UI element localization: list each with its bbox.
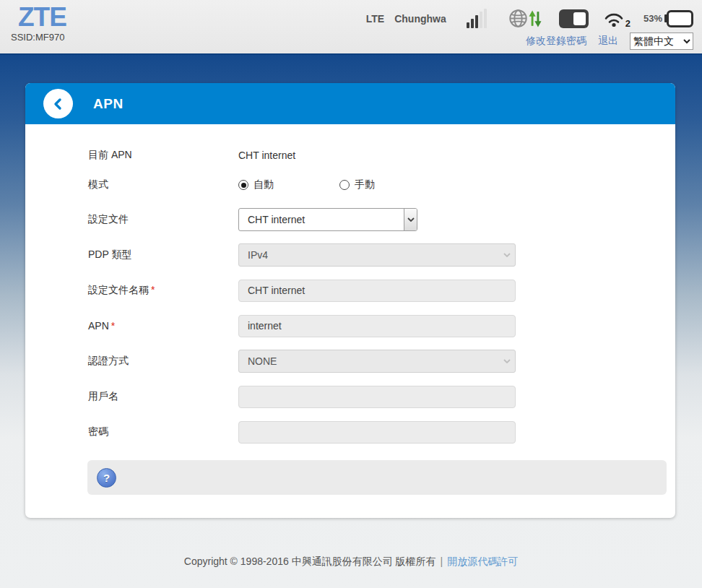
battery-indicator: 53% <box>644 10 693 27</box>
brand-block: ZTE SSID:MF970 <box>18 3 66 43</box>
upload-download-arrows-icon <box>529 10 542 27</box>
chevron-down-icon[interactable] <box>404 209 417 230</box>
row-username: 用戶名 <box>88 385 675 408</box>
chevron-down-icon <box>503 359 511 363</box>
row-profile: 設定文件 CHT internet <box>88 208 675 231</box>
apn-label: APN* <box>88 320 238 332</box>
current-apn-label: 目前 APN <box>88 149 238 162</box>
battery-icon <box>667 10 693 27</box>
password-input[interactable] <box>238 421 516 444</box>
wifi-icon <box>603 10 625 27</box>
username-input[interactable] <box>238 386 516 408</box>
row-apn: APN* <box>88 314 675 337</box>
internet-traffic-icon <box>508 9 542 28</box>
footer: Copyright © 1998-2016 中興通訊股份有限公司 版權所有|開放… <box>0 555 702 568</box>
row-pdp-type: PDP 類型 IPv4 <box>88 243 675 267</box>
row-auth-mode: 認證方式 NONE <box>88 350 675 373</box>
auth-mode-select-value: NONE <box>239 355 503 367</box>
row-mode: 模式 自動 手動 <box>88 178 675 192</box>
battery-percent: 53% <box>644 13 662 24</box>
status-bar: LTE Chunghwa <box>366 9 693 28</box>
profile-select-value: CHT internet <box>239 214 404 225</box>
username-label: 用戶名 <box>88 390 238 403</box>
page-background: APN 目前 APN CHT internet 模式 自動 手動 <box>0 53 702 588</box>
auth-mode-select: NONE <box>238 350 516 373</box>
ssid-label: SSID:MF970 <box>11 32 66 43</box>
pdp-type-select-value: IPv4 <box>239 249 503 261</box>
help-bar: ? <box>87 460 667 495</box>
auth-mode-label: 認證方式 <box>88 355 238 368</box>
open-source-license-link[interactable]: 開放源代碼許可 <box>447 555 518 567</box>
wifi-users-indicator: 2 <box>603 10 630 27</box>
pdp-type-label: PDP 類型 <box>88 248 238 261</box>
apn-form: 目前 APN CHT internet 模式 自動 手動 設定文件 C <box>25 124 675 444</box>
page-title: APN <box>93 96 124 112</box>
profile-label: 設定文件 <box>88 213 238 226</box>
signal-strength-icon <box>467 9 487 28</box>
profile-name-label: 設定文件名稱* <box>88 284 238 297</box>
password-label: 密碼 <box>88 425 238 438</box>
network-type-label: LTE <box>366 13 384 25</box>
chevron-down-icon <box>503 253 511 257</box>
current-apn-value: CHT internet <box>238 150 295 161</box>
logout-link[interactable]: 退出 <box>598 35 618 48</box>
apn-input[interactable] <box>238 315 516 337</box>
apn-settings-card: APN 目前 APN CHT internet 模式 自動 手動 <box>25 83 675 518</box>
required-mark: * <box>151 284 155 295</box>
profile-select[interactable]: CHT internet <box>238 208 417 231</box>
profile-name-input[interactable] <box>238 280 516 302</box>
radio-icon[interactable] <box>339 180 350 190</box>
help-icon[interactable]: ? <box>97 468 116 488</box>
back-button[interactable] <box>43 89 73 118</box>
row-password: 密碼 <box>88 420 675 444</box>
mode-auto-label: 自動 <box>254 178 274 191</box>
globe-icon <box>508 9 528 28</box>
row-current-apn: 目前 APN CHT internet <box>88 148 675 163</box>
radio-icon[interactable] <box>238 180 248 190</box>
row-profile-name: 設定文件名稱* <box>88 279 675 302</box>
zte-logo: ZTE <box>18 3 66 32</box>
pdp-type-select: IPv4 <box>238 243 516 267</box>
sim-card-icon <box>559 9 589 28</box>
footer-separator: | <box>441 555 443 567</box>
card-title-bar: APN <box>25 83 675 124</box>
mode-auto-radio[interactable]: 自動 <box>238 178 339 191</box>
mode-manual-radio[interactable]: 手動 <box>339 178 441 191</box>
mode-manual-label: 手動 <box>355 178 375 191</box>
wifi-client-count: 2 <box>625 18 630 29</box>
change-login-password-link[interactable]: 修改登錄密碼 <box>526 35 586 48</box>
required-mark: * <box>111 320 115 332</box>
copyright-text: Copyright © 1998-2016 中興通訊股份有限公司 版權所有 <box>184 555 436 567</box>
chevron-left-icon <box>51 96 66 112</box>
header: ZTE SSID:MF970 LTE Chunghwa <box>0 0 702 53</box>
language-select[interactable]: 繁體中文 <box>630 33 693 50</box>
mode-label: 模式 <box>88 178 238 191</box>
carrier-label: Chunghwa <box>394 13 446 25</box>
